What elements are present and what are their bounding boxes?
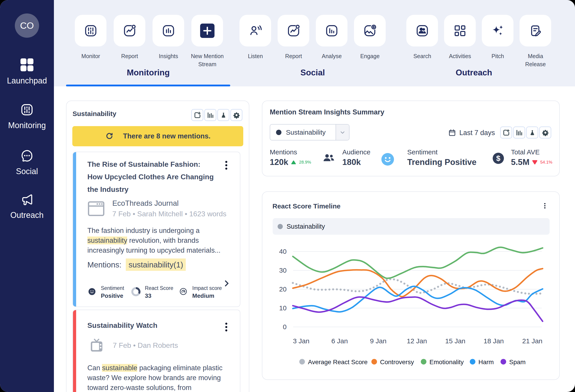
svg-text:18 Jan: 18 Jan	[484, 337, 504, 345]
svg-text:0: 0	[283, 323, 287, 330]
svg-text:Emotionality: Emotionality	[430, 359, 464, 366]
svg-text:Harm: Harm	[479, 359, 494, 366]
svg-text:Controversy: Controversy	[380, 359, 414, 366]
svg-text:6 Jan: 6 Jan	[331, 337, 348, 345]
svg-text:$: $	[496, 154, 500, 162]
svg-text:3 Jan: 3 Jan	[293, 337, 309, 345]
svg-text:9 Jan: 9 Jan	[370, 337, 386, 345]
svg-text:30: 30	[279, 267, 287, 274]
svg-text:10: 10	[279, 304, 287, 312]
svg-text:40: 40	[279, 248, 287, 255]
svg-text:20: 20	[279, 285, 287, 293]
svg-text:12 Jan: 12 Jan	[407, 337, 427, 345]
svg-text:21 Jan: 21 Jan	[522, 337, 542, 345]
svg-text:Average React Score: Average React Score	[308, 359, 368, 366]
svg-text:Spam: Spam	[509, 359, 526, 366]
svg-text:15 Jan: 15 Jan	[445, 337, 465, 345]
